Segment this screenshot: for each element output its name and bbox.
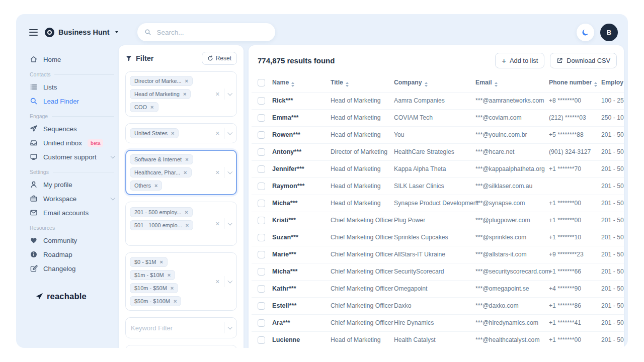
sort-icon[interactable] [291,82,294,87]
table-row[interactable]: Ara***Chief Marketing OfficerHire Dynami… [252,314,624,331]
row-checkbox[interactable] [258,302,265,310]
filter-keyword[interactable]: Keyword Filter [125,317,237,338]
column-header-email[interactable]: Email [475,74,548,92]
workspace-switcher[interactable]: Business Hunt [45,28,118,37]
search-input[interactable] [156,28,268,37]
table-row[interactable]: Micha***Head of MarketingSynapse Product… [252,195,624,212]
remove-chip-icon[interactable]: × [168,272,171,278]
row-checkbox[interactable] [258,217,265,224]
reset-filters-button[interactable]: Reset [202,52,237,65]
remove-chip-icon[interactable]: × [185,209,188,215]
column-header-title[interactable]: Title [330,74,393,92]
clear-filter-icon[interactable]: × [215,169,219,176]
filter-chip[interactable]: COO× [130,102,158,112]
row-checkbox[interactable] [258,183,265,190]
filter-chip[interactable]: Director of Marke...× [130,76,193,86]
filter-chip[interactable]: $1m - $10M× [130,270,175,280]
sidebar-item-lead-finder[interactable]: Lead Finder [30,94,116,108]
sidebar-item-customer-support[interactable]: Customer support [30,150,116,164]
filter-chip[interactable]: $50m - $100M× [130,296,181,306]
sidebar-item-community[interactable]: Community [30,233,116,247]
filter-chip[interactable]: Software & Internet× [130,154,193,164]
select-all-checkbox[interactable] [258,79,265,86]
clear-filter-icon[interactable]: × [215,130,219,137]
row-checkbox[interactable] [258,268,265,276]
chevron-down-icon[interactable] [227,130,232,135]
table-row[interactable]: Kristi***Chief Marketing OfficerPlug Pow… [252,212,624,229]
sidebar-item-sequences[interactable]: Sequences [30,122,116,136]
table-row[interactable]: Micha***Chief Marketing OfficerSecurityS… [252,263,624,280]
add-to-list-button[interactable]: + Add to list [495,53,544,68]
table-row[interactable]: Rick***Head of MarketingAamra Companies*… [252,92,624,109]
row-checkbox[interactable] [258,319,265,327]
download-csv-button[interactable]: Download CSV [550,53,617,68]
remove-chip-icon[interactable]: × [185,156,188,162]
chevron-down-icon[interactable] [227,279,232,283]
remove-chip-icon[interactable]: × [185,78,188,84]
sidebar-item-workspace[interactable]: Workspace [30,192,116,206]
filter-chip[interactable]: United States× [130,128,179,138]
remove-chip-icon[interactable]: × [186,222,189,228]
filter-chip[interactable]: 201 - 500 employ...× [130,207,193,217]
table-row[interactable]: LucienneHead of MarketingHealth Catalyst… [252,331,624,348]
row-checkbox[interactable] [258,285,265,293]
column-header-name[interactable]: Name [272,74,330,92]
chevron-down-icon[interactable] [227,221,232,225]
sidebar-item-lists[interactable]: Lists [30,80,116,94]
sort-icon[interactable] [346,82,349,87]
table-row[interactable]: Raymon***Head of MarketingSILK Laser Cli… [252,177,624,195]
sidebar-item-home[interactable]: Home [30,52,116,66]
remove-chip-icon[interactable]: × [150,104,153,110]
sort-icon[interactable] [425,82,428,87]
row-checkbox[interactable] [258,148,265,156]
remove-chip-icon[interactable]: × [159,259,163,265]
row-checkbox[interactable] [258,251,265,258]
hamburger-menu-icon[interactable] [29,29,38,36]
sort-icon[interactable] [495,82,498,87]
row-checkbox[interactable] [258,165,265,173]
column-header-company[interactable]: Company [393,74,475,92]
remove-chip-icon[interactable]: × [174,298,177,304]
filter-chip[interactable]: $0 - $1M× [130,257,168,267]
row-checkbox[interactable] [258,200,265,207]
sidebar-item-changelog[interactable]: Changelog [30,261,116,276]
table-row[interactable]: Kathr***Chief Marketing OfficerOmegapoin… [252,280,624,297]
remove-chip-icon[interactable]: × [171,285,174,291]
clear-filter-icon[interactable]: × [215,278,219,285]
filter-chip[interactable]: 501 - 1000 emplo...× [130,220,193,230]
row-checkbox[interactable] [258,114,265,122]
row-checkbox[interactable] [258,97,265,105]
sidebar-item-my-profile[interactable]: My profile [30,177,116,192]
row-checkbox[interactable] [258,131,265,139]
clear-filter-icon[interactable]: × [215,90,219,98]
chevron-down-icon[interactable] [227,325,232,329]
remove-chip-icon[interactable]: × [171,130,174,136]
filter-chip[interactable]: Head of Marketing× [130,89,191,99]
remove-chip-icon[interactable]: × [154,183,157,189]
table-row[interactable]: Marie***Chief Marketing OfficerAllStars-… [252,246,624,263]
table-row[interactable]: Emma***Head of MarketingCOVIAM Tech***@c… [252,109,624,126]
table-row[interactable]: Suzan***Chief Marketing OfficerSprinkles… [252,229,624,246]
row-checkbox[interactable] [258,234,265,241]
sidebar-item-unified-inbox[interactable]: Unified inboxbeta [30,136,116,150]
filter-lookalike-domain[interactable]: Lookalike Domain [125,345,237,348]
column-header-employ[interactable]: Employ [601,74,624,92]
sidebar-item-email-accounts[interactable]: Email accounts [30,206,116,220]
column-header-phone-number[interactable]: Phone number [548,74,601,92]
table-row[interactable]: Rowen***Head of MarketingYou***@youinc.c… [252,126,624,143]
chevron-down-icon[interactable] [227,91,232,96]
table-row[interactable]: Jennifer***Head of MarketingKappa Alpha … [252,160,624,177]
table-row[interactable]: Antony***Director of MarketingHealthCare… [252,143,624,160]
theme-toggle-button[interactable] [577,24,594,41]
sidebar-item-roadmap[interactable]: Roadmap [30,247,116,261]
filter-chip[interactable]: Others× [130,180,162,191]
avatar[interactable]: B [600,24,618,41]
sort-icon[interactable] [594,82,597,87]
filter-chip[interactable]: Healthcare, Phar...× [130,167,192,177]
filter-chip[interactable]: $10m - $50M× [130,283,178,293]
table-row[interactable]: Estell***Chief Marketing OfficerDaxko***… [252,297,624,314]
row-checkbox[interactable] [258,336,265,344]
remove-chip-icon[interactable]: × [184,169,187,175]
chevron-down-icon[interactable] [227,169,232,174]
remove-chip-icon[interactable]: × [183,91,186,97]
